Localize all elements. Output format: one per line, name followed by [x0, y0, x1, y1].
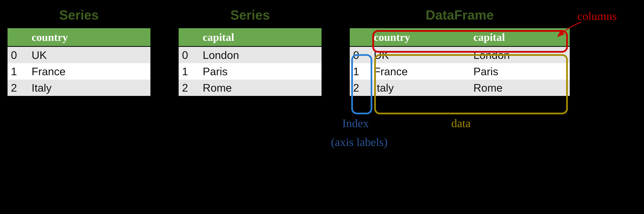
series-capital-column-header: capital	[199, 28, 322, 46]
index-cell: 0	[179, 46, 199, 63]
dataframe-index-header	[350, 28, 370, 46]
data-annotation-box	[374, 54, 568, 114]
table-row: 1 France	[8, 63, 150, 80]
series-country-table: country 0 UK 1 France 2 Italy	[8, 28, 150, 96]
value-cell: UK	[28, 46, 150, 63]
value-cell: London	[199, 46, 322, 63]
series-country-index-header	[8, 28, 28, 46]
index-annotation-box	[351, 54, 372, 114]
table-row: 2 Italy	[8, 80, 150, 96]
table-row: 1 Paris	[179, 63, 322, 80]
table-row: 0 London	[179, 46, 322, 63]
table-row: 0 UK	[8, 46, 150, 63]
series-capital-index-header	[179, 28, 199, 46]
table-row: 2 Rome	[179, 80, 322, 96]
index-cell: 2	[8, 80, 28, 96]
index-cell: 2	[179, 80, 199, 96]
index-cell: 0	[8, 46, 28, 63]
columns-arrow-icon	[555, 21, 585, 40]
series-capital-panel: Series capital 0 London 1 Paris 2	[179, 8, 322, 96]
series-capital-title: Series	[179, 8, 322, 22]
value-cell: Paris	[199, 63, 322, 80]
index-cell: 1	[8, 63, 28, 80]
value-cell: Italy	[28, 80, 150, 96]
value-cell: Rome	[199, 80, 322, 96]
index-annotation-label-line1: Index	[342, 116, 369, 130]
series-country-column-header: country	[28, 28, 150, 46]
columns-annotation-box	[372, 30, 568, 53]
series-capital-table: capital 0 London 1 Paris 2 Rome	[179, 28, 322, 96]
dataframe-title: DataFrame	[350, 8, 570, 22]
series-country-title: Series	[8, 8, 150, 22]
series-country-panel: Series country 0 UK 1 France 2	[8, 8, 150, 96]
index-cell: 1	[179, 63, 199, 80]
data-annotation-label: data	[451, 116, 471, 130]
value-cell: France	[28, 63, 150, 80]
index-annotation-label-line2: (axis labels)	[331, 136, 388, 149]
